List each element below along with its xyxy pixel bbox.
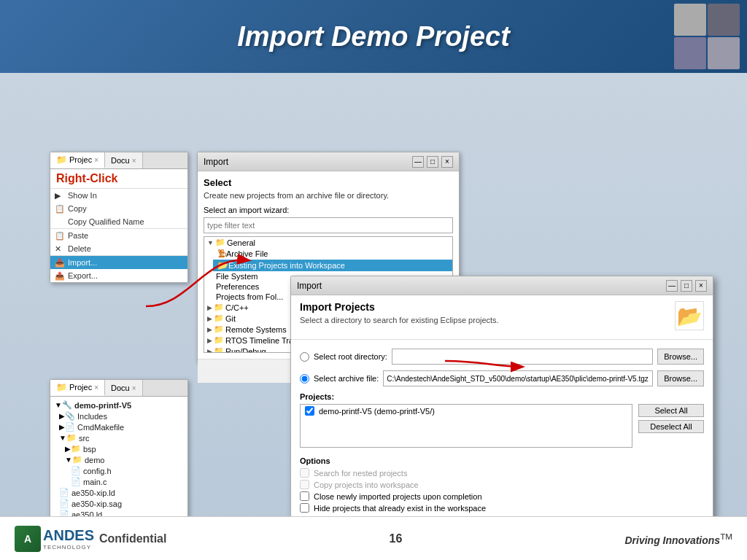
- context-copy[interactable]: 📋 Copy: [50, 202, 187, 215]
- import2-maximize[interactable]: □: [681, 280, 692, 292]
- opt-close-checkbox[interactable]: [300, 491, 309, 501]
- context-delete[interactable]: ✕ Delete: [50, 242, 187, 255]
- filter-input[interactable]: [204, 217, 453, 233]
- project-ae350-xip-sag[interactable]: 📄 ae350-xip.sag: [53, 498, 185, 509]
- project-config-h[interactable]: 📄 config.h: [53, 465, 185, 476]
- header: Import Demo Project: [0, 0, 747, 73]
- tree-archive-file[interactable]: 🗜 Archive File: [213, 248, 452, 260]
- tab-document-label: Docu: [111, 156, 130, 165]
- project-panel-tabs: 📁 Projec × Docu ×: [50, 380, 187, 397]
- maximize-btn[interactable]: □: [427, 156, 438, 168]
- open-folder-icon: 📂: [677, 304, 703, 328]
- context-export[interactable]: 📤 Export...: [50, 269, 187, 282]
- main-c-icon: 📄: [71, 477, 81, 486]
- select-all-btn[interactable]: Select All: [638, 404, 704, 417]
- radio-root-label: Select root directory:: [314, 352, 387, 361]
- project-root[interactable]: ▼ 🔧 demo-printf-V5: [53, 400, 185, 411]
- page-title: Import Demo Project: [237, 21, 510, 52]
- archive-icon: 🗜: [217, 249, 226, 259]
- browse-archive-btn[interactable]: Browse...: [657, 370, 704, 386]
- import-wizard-desc: Create new projects from an archive file…: [204, 191, 453, 200]
- ae350-xip-sag-icon: 📄: [59, 499, 69, 508]
- minimize-btn[interactable]: —: [412, 156, 424, 168]
- project-bsp[interactable]: ▶ 📁 bsp: [53, 443, 185, 454]
- project-checkbox[interactable]: [305, 406, 314, 416]
- context-copy-qualified[interactable]: Copy Qualified Name: [50, 215, 187, 228]
- deselect-all-btn[interactable]: Deselect All: [638, 420, 704, 433]
- cmd-expand: ▶: [59, 423, 65, 431]
- proj-tab-project[interactable]: 📁 Projec ×: [50, 380, 105, 396]
- project-tree: ▼ 🔧 demo-printf-V5 ▶ 📎 Includes ▶ 📄 CmdM…: [50, 397, 187, 534]
- main-content: 📁 Projec × Docu × Right-Click ▶ Show In …: [0, 73, 747, 560]
- opt-hide-label: Hide projects that already exist in the …: [314, 504, 486, 513]
- confidential-label: Confidential: [99, 532, 166, 545]
- panel-tabs: 📁 Projec × Docu ×: [50, 152, 187, 169]
- radio-root[interactable]: [300, 352, 309, 362]
- proj-tab-close[interactable]: ×: [94, 384, 98, 392]
- context-menu: ▶ Show In 📋 Copy Copy Qualified Name 📋 P…: [50, 188, 187, 282]
- proj-tab-doc-close[interactable]: ×: [132, 384, 136, 392]
- project-includes[interactable]: ▶ 📎 Includes: [53, 411, 185, 421]
- wizard-label: Select an import wizard:: [204, 206, 453, 214]
- delete-label: Delete: [68, 244, 91, 253]
- radio-archive-label: Select archive file:: [314, 374, 379, 383]
- footer: A ANDES TECHNOLOGY Confidential 16 Drivi…: [0, 516, 747, 560]
- project-src[interactable]: ▼ 📁 src: [53, 432, 185, 443]
- import2-section-title: Import Projects: [300, 301, 499, 313]
- copy-qualified-label: Copy Qualified Name: [68, 217, 144, 226]
- root-dir-input[interactable]: [392, 349, 653, 365]
- close-btn[interactable]: ×: [441, 156, 453, 168]
- cmdmakefile-icon: 📄: [65, 422, 75, 432]
- demo-label: demo: [85, 456, 105, 464]
- import2-minimize[interactable]: —: [666, 280, 678, 292]
- tab-document[interactable]: Docu ×: [105, 152, 143, 168]
- bsp-expand: ▶: [65, 445, 71, 453]
- project-demo[interactable]: ▼ 📁 demo: [53, 454, 185, 465]
- tree-existing-projects[interactable]: 📂 Existing Projects into Workspace: [213, 260, 452, 271]
- tab-project-close[interactable]: ×: [94, 156, 98, 164]
- import2-description: Select a directory to search for existin…: [300, 316, 499, 324]
- radio-archive[interactable]: [300, 374, 309, 384]
- project-ae350-xip-ld[interactable]: 📄 ae350-xip.ld: [53, 487, 185, 498]
- ae350-xip-ld-label: ae350-xip.ld: [71, 489, 115, 497]
- opt-copy-label: Copy projects into workspace: [314, 481, 419, 489]
- archive-input[interactable]: [383, 370, 653, 386]
- proj-tab-document[interactable]: Docu ×: [105, 380, 143, 396]
- right-click-label: Right-Click: [50, 169, 187, 188]
- cpp-folder-icon: 📁: [214, 303, 224, 312]
- project-list-item[interactable]: demo-printf-V5 (demo-printf-V5/): [301, 405, 632, 417]
- includes-label: Includes: [77, 412, 107, 421]
- opt-hide-checkbox[interactable]: [300, 503, 309, 513]
- tab-document-close[interactable]: ×: [132, 157, 136, 165]
- expand-rtos: ▶: [207, 337, 212, 344]
- export-label: Export...: [68, 271, 98, 280]
- project-main-c[interactable]: 📄 main.c: [53, 476, 185, 487]
- context-import[interactable]: 📥 Import...: [50, 255, 187, 269]
- expand-cpp: ▶: [207, 304, 212, 311]
- opt-nested-label: Search for nested projects: [314, 469, 407, 478]
- options-label: Options: [300, 456, 704, 465]
- context-menu-panel: 📁 Projec × Docu × Right-Click ▶ Show In …: [50, 152, 188, 283]
- existing-projects-icon: 📂: [217, 260, 228, 271]
- context-paste[interactable]: 📋 Paste: [50, 228, 187, 242]
- browse-root-btn[interactable]: Browse...: [657, 349, 704, 365]
- proj-tab-label: Projec: [69, 383, 92, 392]
- run-label: Run/Debug: [225, 347, 266, 354]
- tree-general[interactable]: ▼ 📁 General: [204, 237, 452, 248]
- andes-logo-icon: A: [15, 526, 41, 552]
- import2-close[interactable]: ×: [695, 280, 707, 292]
- context-show-in[interactable]: ▶ Show In: [50, 189, 187, 202]
- project-list-btns: Select All Deselect All: [638, 404, 704, 433]
- project-cmdmakefile[interactable]: ▶ 📄 CmdMakefile: [53, 421, 185, 432]
- header-logo: [674, 4, 740, 69]
- git-label: Git: [225, 314, 236, 323]
- page-number: 16: [390, 532, 403, 545]
- proj-tab-folder-icon: 📁: [56, 382, 67, 392]
- general-folder-icon: 📁: [215, 238, 225, 247]
- projects-label: Projects:: [300, 392, 704, 401]
- opt-nested-checkbox[interactable]: [300, 468, 309, 478]
- opt-hide: Hide projects that already exist in the …: [300, 503, 704, 513]
- proj-tab-doc-label: Docu: [111, 384, 130, 392]
- tab-project[interactable]: 📁 Projec ×: [50, 152, 105, 168]
- opt-copy-checkbox[interactable]: [300, 480, 309, 489]
